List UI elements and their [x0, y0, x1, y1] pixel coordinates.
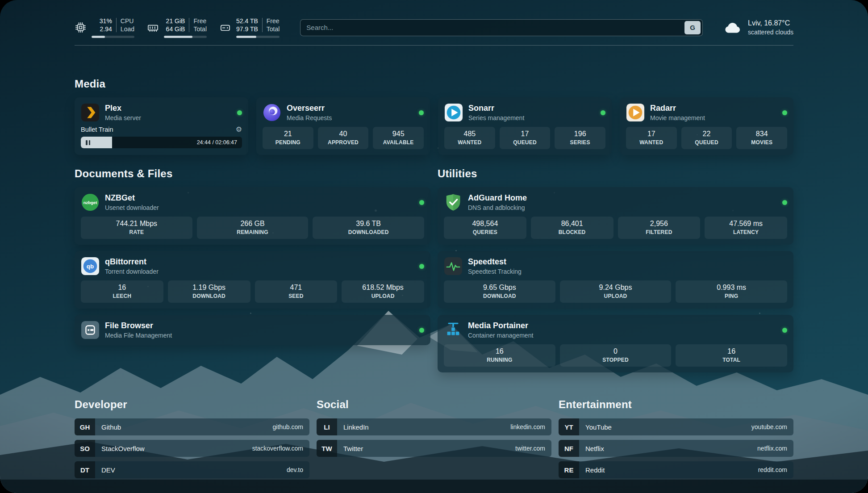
- stat-box: 86,401 BLOCKED: [531, 217, 613, 239]
- cpu-progress-bar: [92, 36, 134, 38]
- playback-time: 24:44 / 02:06:47: [197, 137, 237, 148]
- stat-box: 744.21 Mbps RATE: [81, 217, 192, 239]
- cpu-load-label: Load: [121, 25, 134, 33]
- bookmark-url: netflix.com: [757, 445, 787, 452]
- app-name: Sonarr: [468, 104, 524, 113]
- playback-progress-bar[interactable]: 24:44 / 02:06:47: [81, 137, 242, 148]
- app-card-overseerr[interactable]: Overseerr Media Requests 21 PENDING 40 A…: [256, 97, 430, 155]
- bookmark-url: reddit.com: [758, 466, 787, 473]
- bookmark-group-social: Social LI LinkedIn linkedin.com TW Twitt…: [317, 398, 551, 483]
- stat-box: 22 QUEUED: [681, 127, 732, 149]
- adguard-icon: [444, 193, 463, 212]
- section-title-developer: Developer: [75, 398, 309, 411]
- bookmark-reddit[interactable]: RE Reddit reddit.com: [559, 461, 793, 478]
- divider: [262, 18, 263, 32]
- bookmark-group-developer: Developer GH Github github.com SO StackO…: [75, 398, 309, 483]
- disk-total-label: Total: [267, 25, 280, 33]
- app-card-plex[interactable]: Plex Media server Bullet Train ⚙ 24:44: [75, 97, 248, 155]
- dashboard-root: 31% 2.94 CPU Load: [0, 0, 868, 493]
- cpu-icon: [75, 21, 87, 33]
- status-online-dot: [601, 110, 605, 115]
- app-card-nzbget[interactable]: nzbget NZBGet Usenet downloader 744.21 M…: [75, 187, 430, 245]
- bookmark-name: DEV: [101, 466, 115, 474]
- bookmark-netflix[interactable]: NF Netflix netflix.com: [559, 440, 793, 457]
- pause-icon[interactable]: [86, 140, 90, 145]
- stat-box: 17 QUEUED: [500, 127, 551, 149]
- bookmark-abbr: NF: [559, 440, 579, 457]
- bookmark-abbr: DT: [75, 461, 95, 478]
- divider: [116, 18, 117, 32]
- bookmark-linkedin[interactable]: LI LinkedIn linkedin.com: [317, 418, 551, 435]
- app-name: NZBGet: [105, 193, 159, 203]
- cpu-load-value: 2.94: [100, 25, 112, 33]
- cpu-usage-label: CPU: [121, 17, 134, 25]
- snow-particles: [0, 0, 1, 1]
- app-subtitle: Media File Management: [105, 332, 172, 339]
- stat-box: 47.569 ms LATENCY: [705, 217, 787, 239]
- weather-location: Lviv, 16.87°C: [748, 19, 793, 27]
- app-card-filebrowser[interactable]: File Browser Media File Management: [75, 315, 430, 345]
- disk-progress-bar: [236, 36, 280, 38]
- bookmark-stackoverflow[interactable]: SO StackOverflow stackoverflow.com: [75, 440, 309, 457]
- section-title-utilities: Utilities: [438, 167, 793, 180]
- memory-free-label: Free: [193, 17, 207, 25]
- app-subtitle: Media Requests: [287, 114, 332, 121]
- stat-box: 945 AVAILABLE: [373, 127, 424, 149]
- section-utilities: Utilities AdGuard Home DNS and adblockin…: [438, 167, 793, 372]
- status-online-dot: [419, 110, 424, 115]
- memory-progress-bar: [164, 36, 207, 38]
- search-engine-button[interactable]: G: [684, 21, 701, 34]
- section-title-documents: Documents & Files: [75, 167, 430, 180]
- speedtest-icon: [444, 257, 463, 276]
- bookmark-abbr: RE: [559, 461, 579, 478]
- section-title-media: Media: [75, 78, 793, 90]
- status-online-dot: [419, 328, 424, 333]
- section-title-social: Social: [317, 398, 551, 411]
- svg-text:nzbget: nzbget: [83, 200, 98, 205]
- app-name: Speedtest: [468, 257, 522, 267]
- bookmark-twitter[interactable]: TW Twitter twitter.com: [317, 440, 551, 457]
- stat-box: 9.24 Gbps UPLOAD: [560, 280, 672, 303]
- bookmark-github[interactable]: GH Github github.com: [75, 418, 309, 435]
- bookmark-url: dev.to: [287, 466, 303, 473]
- bookmark-dev[interactable]: DT DEV dev.to: [75, 461, 309, 478]
- search-input[interactable]: [306, 24, 684, 31]
- bookmark-url: twitter.com: [515, 445, 545, 452]
- portainer-icon: [444, 321, 463, 339]
- app-card-radarr[interactable]: Radarr Movie management 17 WANTED 22 QUE…: [620, 97, 793, 155]
- app-subtitle: Usenet downloader: [105, 204, 159, 211]
- sonarr-icon: [444, 103, 463, 122]
- status-online-dot: [419, 264, 424, 269]
- stat-box: 21 PENDING: [263, 127, 313, 149]
- plex-icon: [81, 103, 100, 122]
- bookmark-abbr: YT: [559, 418, 579, 435]
- search-bar[interactable]: G: [300, 19, 703, 36]
- app-card-qbittorrent[interactable]: qb qBittorrent Torrent downloader 16 LEE…: [75, 251, 430, 309]
- status-online-dot: [419, 200, 424, 205]
- status-online-dot: [782, 200, 787, 205]
- memory-widget: 21 GiB 64 GiB Free Total: [147, 17, 207, 38]
- bookmark-youtube[interactable]: YT YouTube youtube.com: [559, 418, 793, 435]
- cloud-icon: [723, 21, 742, 35]
- app-card-portainer[interactable]: Media Portainer Container management 16 …: [438, 315, 793, 372]
- stat-box: 834 MOVIES: [736, 127, 787, 149]
- disk-widget: 52.4 TB 97.9 TB Free Total: [219, 17, 280, 38]
- app-subtitle: Container management: [468, 332, 533, 339]
- bookmark-name: Netflix: [585, 445, 604, 452]
- stat-box: 0 STOPPED: [560, 344, 672, 367]
- app-subtitle: DNS and adblocking: [468, 204, 527, 211]
- bookmark-name: StackOverflow: [101, 445, 145, 452]
- settings-gear-icon[interactable]: ⚙: [236, 126, 242, 133]
- stat-box: 16 TOTAL: [676, 344, 787, 367]
- bookmark-name: YouTube: [585, 423, 612, 431]
- bookmark-abbr: LI: [317, 418, 337, 435]
- stat-box: 9.65 Gbps DOWNLOAD: [444, 280, 555, 303]
- app-card-speedtest[interactable]: Speedtest Speedtest Tracking 9.65 Gbps D…: [438, 251, 793, 309]
- stat-box: 485 WANTED: [444, 127, 495, 149]
- weather-widget: Lviv, 16.87°C scattered clouds: [723, 19, 793, 36]
- stat-box: 498,564 QUERIES: [444, 217, 526, 239]
- bookmark-group-entertainment: Entertainment YT YouTube youtube.com NF …: [559, 398, 793, 483]
- app-card-adguard[interactable]: AdGuard Home DNS and adblocking 498,564 …: [438, 187, 793, 245]
- app-card-sonarr[interactable]: Sonarr Series management 485 WANTED 17 Q…: [438, 97, 612, 155]
- section-media: Media Plex Media server: [75, 78, 793, 155]
